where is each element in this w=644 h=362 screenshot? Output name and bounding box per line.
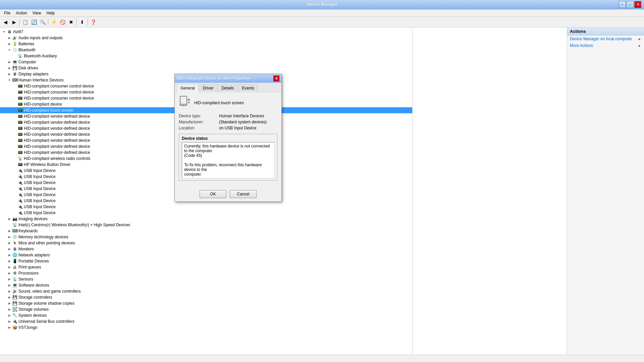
tree-item-printqueues[interactable]: ▶ 🖨 Print queues	[0, 264, 412, 270]
tree-item-avi97[interactable]: ▼ 🖥 Avi97	[0, 29, 412, 35]
expander-usb-ctrl[interactable]: ▶	[7, 319, 12, 324]
expander-sound[interactable]: ▶	[7, 289, 12, 294]
expander-storage-vsc[interactable]: ▶	[7, 301, 12, 306]
toolbar-driver[interactable]: ⬇	[78, 18, 86, 26]
toolbar-sep3	[76, 19, 77, 25]
tree-item-imaging[interactable]: ▶ 📷 Imaging devices	[0, 216, 412, 222]
tree-item-usb-ctrl[interactable]: ▶ 🔌 Universal Serial Bus controllers	[0, 318, 412, 324]
label-bluetooth: Bluetooth	[18, 48, 36, 52]
tree-item-bt-aux[interactable]: ▶ 📡 Bluetooth Auxiliary	[0, 53, 412, 59]
menu-file[interactable]: File	[1, 10, 13, 16]
toolbar-forward[interactable]: ▶	[10, 18, 18, 26]
icon-system-dev: 🔧	[12, 313, 17, 318]
icon-hid-vd6: 📟	[17, 144, 23, 149]
toolbar-help[interactable]: ❓	[89, 18, 97, 26]
expander-diskdrives[interactable]: ▶	[7, 65, 12, 71]
expander-keyboards[interactable]: ▶	[7, 228, 12, 234]
tree-item-storage-vol[interactable]: ▶ 💽 Storage volumes	[0, 306, 412, 312]
expander-system-dev[interactable]: ▶	[7, 313, 12, 318]
tab-events[interactable]: Events	[238, 84, 258, 92]
menu-action[interactable]: Action	[13, 10, 30, 16]
expander-software[interactable]: ▶	[7, 283, 12, 288]
tree-item-processors[interactable]: ▶ ⚙ Processors	[0, 270, 412, 276]
expander-mice[interactable]: ▶	[7, 240, 12, 246]
tree-item-bluetooth[interactable]: ▼ ⬡ Bluetooth	[0, 47, 412, 53]
tree-item-computer[interactable]: ▶ 💻 Computer	[0, 59, 412, 65]
label-intel-bt: Intel(r) Centrino(r) Wireless Bluetooth(…	[18, 223, 130, 227]
expander-network[interactable]: ▶	[7, 252, 12, 258]
toolbar-back[interactable]: ◀	[1, 18, 9, 26]
tree-item-intel-bt[interactable]: ▶ 📡 Intel(r) Centrino(r) Wireless Blueto…	[0, 222, 412, 228]
tree-item-usb7[interactable]: ▶ 🔌 USB Input Device	[0, 204, 412, 210]
minimize-button[interactable]: ─	[619, 1, 626, 8]
icon-hid-vd7: 📟	[17, 150, 23, 155]
expander-processors[interactable]: ▶	[7, 270, 12, 276]
label-usb5: USB Input Device	[24, 192, 56, 197]
expander-bluetooth[interactable]: ▼	[7, 47, 12, 53]
icon-mice: 🖱	[12, 240, 17, 246]
cancel-button[interactable]: Cancel	[230, 190, 257, 198]
toolbar-properties[interactable]: 📋	[21, 18, 29, 26]
menu-view[interactable]: View	[30, 10, 44, 16]
label-hid: Human Interface Devices	[18, 78, 64, 82]
device-type-value: Human Interface Devices	[219, 114, 264, 118]
toolbar-disable[interactable]: 🚫	[58, 18, 66, 26]
toolbar-update[interactable]: 🔄	[30, 18, 38, 26]
tree-item-portable[interactable]: ▶ 📱 Portable Devices	[0, 258, 412, 264]
tree-item-diskdrives[interactable]: ▶ 💾 Disk drives	[0, 65, 412, 71]
status-line5: computer.	[184, 172, 202, 177]
expander-avi97[interactable]: ▼	[1, 29, 7, 35]
expander-hid[interactable]: ▼	[7, 77, 12, 83]
menu-help[interactable]: Help	[44, 10, 58, 16]
expander-sensors[interactable]: ▶	[7, 277, 12, 282]
tab-details[interactable]: Details	[218, 84, 238, 92]
expander-computer[interactable]: ▶	[7, 59, 12, 65]
toolbar-enable[interactable]: ⚡	[50, 18, 58, 26]
tree-item-audio[interactable]: ▶ 🔊 Audio inputs and outputs	[0, 35, 412, 41]
label-keyboards: Keyboards	[18, 229, 38, 233]
dialog-close-button[interactable]: ✕	[273, 75, 279, 81]
toolbar-uninstall[interactable]: ✖	[67, 18, 75, 26]
expander-portable[interactable]: ▶	[7, 258, 12, 264]
location-label: Location:	[179, 126, 219, 130]
expander-vstjungo[interactable]: ▶	[7, 325, 12, 330]
expander-memory[interactable]: ▶	[7, 234, 12, 240]
expander-batteries[interactable]: ▶	[7, 41, 12, 47]
expander-display[interactable]: ▶	[7, 71, 12, 77]
label-sensors: Sensors	[18, 277, 33, 282]
expander-storage-ctrl[interactable]: ▶	[7, 295, 12, 300]
icon-hid-ccc3: 📟	[17, 96, 23, 101]
tree-item-software[interactable]: ▶ 💻 Software devices	[0, 282, 412, 288]
tree-item-monitors[interactable]: ▶ 🖥 Monitors	[0, 246, 412, 252]
tab-general[interactable]: General	[177, 84, 199, 92]
tree-item-keyboards[interactable]: ▶ ⌨ Keyboards	[0, 228, 412, 234]
tree-item-vstjungo[interactable]: ▶ 📦 VSTJungo	[0, 324, 412, 330]
expander-audio[interactable]: ▶	[7, 35, 12, 41]
device-info-table: Device type: Human Interface Devices Man…	[179, 114, 277, 130]
label-sound: Sound, video and game controllers	[18, 289, 80, 294]
tree-item-mice[interactable]: ▶ 🖱 Mice and other pointing devices	[0, 240, 412, 246]
tree-item-storage-ctrl[interactable]: ▶ 💾 Storage controllers	[0, 294, 412, 300]
toolbar-scan[interactable]: 🔍	[39, 18, 47, 26]
actions-item-more[interactable]: More Actions ►	[567, 42, 644, 49]
ok-button[interactable]: OK	[200, 190, 226, 198]
tree-item-network[interactable]: ▶ 🌐 Network adapters	[0, 252, 412, 258]
tab-driver[interactable]: Driver	[199, 84, 217, 92]
icon-storage-vol: 💽	[12, 307, 17, 312]
tree-item-sound[interactable]: ▶ 🔊 Sound, video and game controllers	[0, 288, 412, 294]
tree-item-batteries[interactable]: ▶ 🔋 Batteries	[0, 41, 412, 47]
device-status-box[interactable]: Currently, this hardware device is not c…	[182, 142, 274, 178]
close-button[interactable]: ✕	[634, 1, 641, 8]
restore-button[interactable]: □	[627, 1, 634, 8]
expander-monitors[interactable]: ▶	[7, 246, 12, 252]
label-hid-vd1: HID-compliant vendor-defined device	[24, 114, 90, 119]
expander-imaging[interactable]: ▶	[7, 216, 12, 222]
tree-item-usb8[interactable]: ▶ 🔌 USB Input Device	[0, 210, 412, 216]
expander-printqueues[interactable]: ▶	[7, 264, 12, 270]
actions-item-local[interactable]: Device Manager on local computer ►	[567, 36, 644, 42]
expander-storage-vol[interactable]: ▶	[7, 307, 12, 312]
tree-item-memory[interactable]: ▶ 💿 Memory technology devices	[0, 234, 412, 240]
tree-item-storage-vsc[interactable]: ▶ 💾 Storage volume shadow copies	[0, 300, 412, 306]
tree-item-system-dev[interactable]: ▶ 🔧 System devices	[0, 312, 412, 318]
tree-item-sensors[interactable]: ▶ 📡 Sensors	[0, 276, 412, 282]
